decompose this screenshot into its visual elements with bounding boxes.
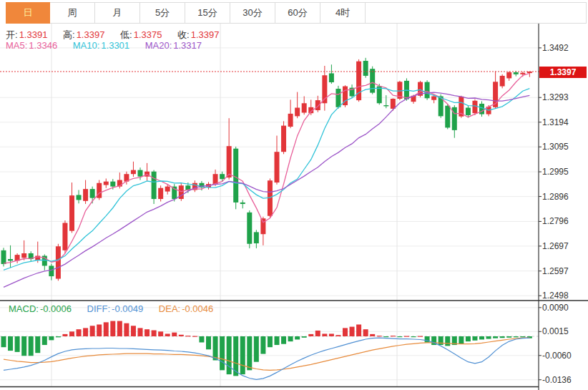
dea-value: -0.0046 [182,303,213,314]
price-axis-label: 1.2697 [542,241,587,251]
macd-axis-label: 0.0015 [542,326,587,336]
macd-value: -0.0006 [40,303,72,314]
diff-value: -0.0049 [112,303,143,314]
macd-readout: MACD:-0.0006 DIFF:-0.0049 DEA:-0.0046 [9,303,215,314]
dea-label: DEA: [159,303,180,314]
price-axis-label: 1.3293 [542,92,587,102]
price-axis-label: 1.2896 [542,192,587,202]
close-label: 收: [177,29,190,40]
price-axis-label: 1.3194 [542,117,587,127]
low-label: 低: [120,29,132,40]
tab-month[interactable]: 月 [95,3,140,23]
open-label: 开: [6,29,18,40]
macd-axis-label: -0.0136 [542,375,587,385]
tab-5min[interactable]: 5分 [140,3,185,23]
close-value: 1.3397 [191,29,220,40]
tab-30min[interactable]: 30分 [230,3,275,23]
current-price-tag: 1.3397 [539,67,587,78]
ma20-value: 1.3317 [173,40,202,51]
price-axis-label: 1.3492 [542,43,587,53]
timeframe-tab-bar: 日 周 月 5分 15分 30分 60分 4时 [6,2,587,24]
ma5-value: 1.3346 [29,40,57,51]
candlestick-chart-canvas[interactable] [0,0,588,390]
ma5-label: MA5: [6,40,27,51]
ma-readout: MA5:1.3346 MA10:1.3301 MA20:1.3317 [6,40,203,51]
high-value: 1.3397 [77,29,105,40]
open-value: 1.3391 [19,29,48,40]
macd-axis-label: -0.0060 [542,351,587,361]
price-axis-label: 1.2995 [542,167,587,177]
price-axis-label: 1.2597 [542,266,587,276]
tab-day[interactable]: 日 [6,2,50,24]
price-axis-label: 1.2796 [542,216,587,226]
diff-label: DIFF: [87,303,111,314]
price-axis-label: 1.2498 [542,291,587,301]
ma10-value: 1.3301 [101,40,129,51]
macd-label: MACD: [9,303,39,314]
tab-60min[interactable]: 60分 [275,3,320,23]
price-axis-label: 1.3095 [542,142,587,152]
tab-4hour[interactable]: 4时 [320,3,366,23]
macd-axis-label: 0.0090 [542,303,587,313]
low-value: 1.3375 [134,29,162,40]
ma20-label: MA20: [145,40,172,51]
tab-15min[interactable]: 15分 [185,3,230,23]
ma10-label: MA10: [73,40,100,51]
high-label: 高: [63,29,75,40]
tab-week[interactable]: 周 [50,3,95,23]
